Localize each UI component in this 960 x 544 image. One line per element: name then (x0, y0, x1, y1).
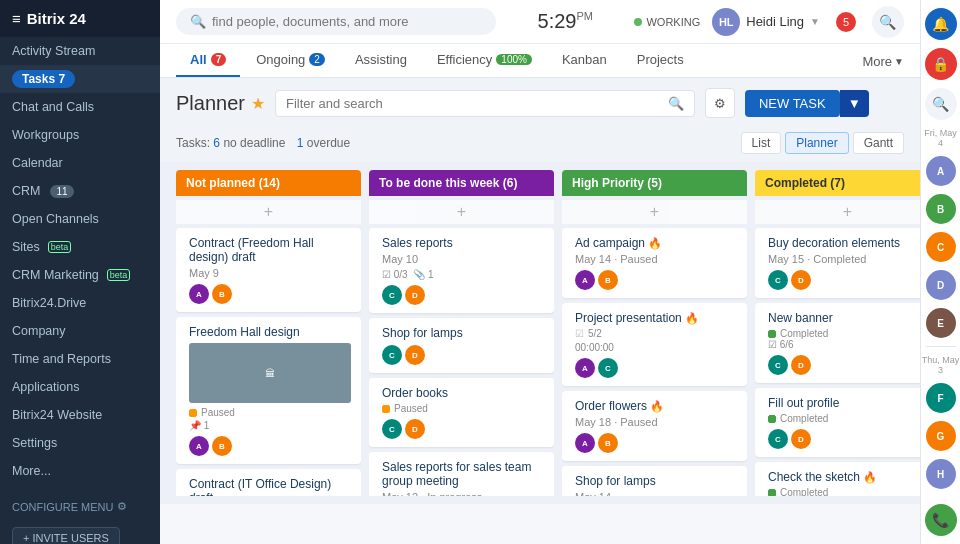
card-order-flowers[interactable]: Order flowers 🔥 May 18 · Paused A B (562, 391, 747, 461)
rs-avatar-7[interactable]: G (926, 421, 956, 451)
tab-assisting[interactable]: Assisting (341, 44, 421, 77)
status-dot (768, 330, 776, 338)
card-order-books[interactable]: Order books Paused C D (369, 378, 554, 447)
card-title: Fill out profile (768, 396, 920, 410)
add-card-to-be-done[interactable]: + (369, 200, 554, 224)
invite-users-section: + INVITE USERS (0, 520, 160, 544)
fire-icon: 🔥 (685, 312, 699, 324)
filter-box[interactable]: 🔍 (275, 90, 695, 117)
card-title: Project presentation 🔥 (575, 311, 737, 325)
phone-button[interactable]: 📞 (925, 504, 957, 536)
right-sidebar: 🔔 🔒 🔍 Fri, May 4 A B C D E Thu, May 3 F … (920, 0, 960, 544)
card-contract-freedom[interactable]: Contract (Freedom Hall design) draft May… (176, 228, 361, 312)
notifications-button[interactable]: 5 (832, 8, 860, 36)
notification-icon: 5 (836, 12, 856, 32)
card-freedom-hall-design[interactable]: Freedom Hall design 🏛 Paused 📌 1 A B (176, 317, 361, 464)
sidebar-item-calendar[interactable]: Calendar (0, 149, 160, 177)
sidebar-item-chat[interactable]: Chat and Calls (0, 93, 160, 121)
more-tabs-button[interactable]: More ▼ (862, 46, 904, 77)
crm-badge: 11 (50, 185, 73, 198)
sidebar-item-sites[interactable]: Sites beta (0, 233, 160, 261)
card-contract-it[interactable]: Contract (IT Office Design) draft May 17… (176, 469, 361, 496)
sidebar-item-workgroups[interactable]: Workgroups (0, 121, 160, 149)
sidebar-item-settings[interactable]: Settings (0, 429, 160, 457)
sidebar-item-applications[interactable]: Applications (0, 373, 160, 401)
rs-avatar-8[interactable]: H (926, 459, 956, 489)
sidebar-item-label: Sites (12, 240, 40, 254)
card-check-sketch[interactable]: Check the sketch 🔥 Completed ☑ 4/4 C D (755, 462, 920, 496)
filter-input[interactable] (286, 96, 662, 111)
tab-kanban[interactable]: Kanban (548, 44, 621, 77)
card-buy-decoration[interactable]: Buy decoration elements May 15 · Complet… (755, 228, 920, 298)
search-box[interactable]: 🔍 (176, 8, 496, 35)
main-area: 🔍 5:29PM WORKING HL Heidi Ling ▼ 5 🔍 All… (160, 0, 920, 544)
card-shop-for-lamps[interactable]: Shop for lamps C D (369, 318, 554, 373)
tab-all[interactable]: All 7 (176, 44, 240, 77)
rs-lock-icon[interactable]: 🔒 (925, 48, 957, 80)
sidebar-item-drive[interactable]: Bitrix24.Drive (0, 289, 160, 317)
settings-button[interactable]: ⚙ (705, 88, 735, 118)
rs-avatar-4[interactable]: D (926, 270, 956, 300)
card-new-banner[interactable]: New banner Completed ☑ 6/6 C D (755, 303, 920, 383)
rs-avatar-6[interactable]: F (926, 383, 956, 413)
card-project-presentation[interactable]: Project presentation 🔥 ☑ 5/2 00:00:00 A … (562, 303, 747, 386)
avatar: B (598, 433, 618, 453)
view-planner-button[interactable]: Planner (785, 132, 848, 154)
view-gantt-button[interactable]: Gantt (853, 132, 904, 154)
overdue-count[interactable]: 1 (297, 136, 304, 150)
sidebar-item-open-channels[interactable]: Open Channels (0, 205, 160, 233)
gear-icon[interactable]: ⚙ (117, 500, 127, 513)
card-sales-reports-group[interactable]: Sales reports for sales team group meeti… (369, 452, 554, 496)
rs-notifications-button[interactable]: 🔔 (925, 8, 957, 40)
card-progress: ☑ 0/3 📎 1 (382, 269, 544, 280)
beta-badge: beta (48, 241, 72, 253)
card-ad-campaign[interactable]: Ad campaign 🔥 May 14 · Paused A B (562, 228, 747, 298)
card-status: Paused (189, 407, 351, 418)
rs-avatar-5[interactable]: E (926, 308, 956, 338)
rs-search-button[interactable]: 🔍 (925, 88, 957, 120)
col-title: Completed (7) (765, 176, 845, 190)
avatar: D (405, 285, 425, 305)
add-card-high-priority[interactable]: + (562, 200, 747, 224)
rs-date2: Thu, May 3 (921, 355, 960, 375)
sidebar-item-website[interactable]: Bitrix24 Website (0, 401, 160, 429)
column-header-completed: Completed (7) (755, 170, 920, 196)
sidebar-item-label: Applications (12, 380, 79, 394)
tab-ongoing[interactable]: Ongoing 2 (242, 44, 339, 77)
card-shop-lamps-hp[interactable]: Shop for lamps May 14 A (562, 466, 747, 496)
avatar: C (768, 429, 788, 449)
sidebar-item-more[interactable]: More... (0, 457, 160, 485)
invite-users-button[interactable]: + INVITE USERS (12, 527, 120, 544)
tab-efficiency[interactable]: Efficiency 100% (423, 44, 546, 77)
sidebar-item-label: Calendar (12, 156, 63, 170)
sidebar-item-crm[interactable]: CRM 11 (0, 177, 160, 205)
sidebar-item-company[interactable]: Company (0, 317, 160, 345)
configure-menu[interactable]: CONFIGURE MENU ⚙ (0, 493, 160, 520)
add-card-completed[interactable]: + (755, 200, 920, 224)
user-avatar[interactable]: HL (712, 8, 740, 36)
column-completed: Completed (7) + Buy decoration elements … (755, 170, 920, 496)
card-fill-out-profile[interactable]: Fill out profile Completed C D (755, 388, 920, 457)
search-input[interactable] (212, 14, 482, 29)
search-button[interactable]: 🔍 (872, 6, 904, 38)
tasks-count[interactable]: 6 (213, 136, 220, 150)
rs-avatar-3[interactable]: C (926, 232, 956, 262)
sidebar-item-tasks[interactable]: Tasks 7 (0, 65, 160, 93)
working-dot (634, 18, 642, 26)
add-card-not-planned[interactable]: + (176, 200, 361, 224)
sidebar-item-time-reports[interactable]: Time and Reports (0, 345, 160, 373)
view-list-button[interactable]: List (741, 132, 782, 154)
card-title: Ad campaign 🔥 (575, 236, 737, 250)
star-icon[interactable]: ★ (251, 94, 265, 113)
card-date: May 9 (189, 267, 351, 279)
tab-projects[interactable]: Projects (623, 44, 698, 77)
avatar: B (212, 436, 232, 456)
new-task-dropdown-button[interactable]: ▼ (840, 90, 869, 117)
rs-avatar-1[interactable]: A (926, 156, 956, 186)
rs-avatar-2[interactable]: B (926, 194, 956, 224)
sidebar-item-activity[interactable]: Activity Stream (0, 37, 160, 65)
new-task-button[interactable]: NEW TASK (745, 90, 840, 117)
card-sales-reports[interactable]: Sales reports May 10 ☑ 0/3 📎 1 C D (369, 228, 554, 313)
sidebar-item-crm-marketing[interactable]: CRM Marketing beta (0, 261, 160, 289)
avatar: A (575, 358, 595, 378)
